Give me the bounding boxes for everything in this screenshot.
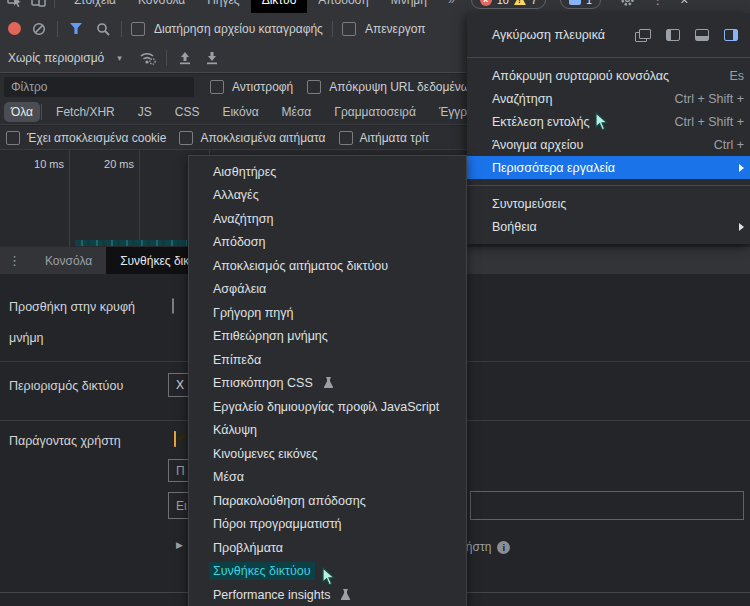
submenu-item-label: Αναζήτηση: [209, 210, 277, 228]
toolbar-divider: [121, 21, 122, 37]
more-tabs-icon[interactable]: »: [446, 0, 457, 7]
dock-bottom-icon[interactable]: [695, 29, 709, 41]
hide-data-urls-checkbox[interactable]: [307, 80, 321, 94]
close-devtools-icon[interactable]: ×: [680, 0, 688, 8]
type-filter-pill[interactable]: Εικόνα: [215, 102, 265, 122]
menu-item-label: Περισσότερα εργαλεία: [492, 161, 723, 175]
experiment-flask-icon: [340, 589, 351, 601]
dock-side-label: Αγκύρωση πλευρικά: [492, 28, 635, 42]
submenu-arrow-icon: [739, 164, 744, 172]
type-filter-pill[interactable]: Όλα: [4, 102, 40, 122]
menu-item-label: Εκτέλεση εντολής: [492, 115, 665, 129]
menu-item-label: Απόκρυψη συρταριού κονσόλας: [492, 69, 719, 83]
submenu-item[interactable]: Κάλυψη: [189, 419, 466, 443]
undock-icon[interactable]: [635, 29, 651, 42]
timeline-tick: 20 ms: [70, 150, 140, 247]
submenu-item[interactable]: Προβλήματα: [189, 536, 466, 560]
drawer-kebab-icon[interactable]: ⋮: [0, 253, 31, 268]
menu-item[interactable]: Άνοιγμα αρχείου Ctrl +: [467, 133, 750, 156]
disable-cache-checkbox[interactable]: [342, 22, 356, 36]
third-party-checkbox[interactable]: [339, 131, 353, 145]
submenu-item-label: Επιθεώρηση μνήμης: [209, 327, 332, 345]
submenu-item[interactable]: Αναζήτηση: [189, 207, 466, 231]
submenu-item[interactable]: Επιθεώρηση μνήμης: [189, 325, 466, 349]
submenu-item-label: Κινούμενες εικόνες: [209, 445, 322, 463]
submenu-item-label: Αποκλεισμός αιτήματος δικτύου: [209, 257, 392, 275]
submenu-item[interactable]: Εργαλείο δημιουργίας προφίλ JavaScript: [189, 395, 466, 419]
disable-cache-drawer-checkbox[interactable]: [172, 298, 174, 314]
type-filter-pill[interactable]: Μέσα: [275, 102, 319, 122]
toolbar-divider: [332, 21, 333, 37]
record-button[interactable]: [8, 22, 21, 35]
export-har-icon[interactable]: [203, 49, 221, 67]
submenu-item[interactable]: Γρήγορη πηγή: [189, 301, 466, 325]
type-filter-pill[interactable]: CSS: [168, 102, 207, 122]
issues-count: 1: [586, 0, 592, 6]
menu-item[interactable]: Βοήθεια: [467, 215, 750, 238]
panel-tab[interactable]: Δίκτυο: [251, 0, 308, 13]
selection-artifact: [75, 240, 187, 246]
submenu-item-label: Performance insights: [209, 586, 334, 604]
blocked-requests-checkbox[interactable]: [179, 131, 193, 145]
panel-tab[interactable]: Κονσόλα: [127, 0, 196, 13]
blocked-cookies-checkbox[interactable]: [6, 131, 20, 145]
menu-item[interactable]: Απόκρυψη συρταριού κονσόλας Es: [467, 64, 750, 87]
submenu-item[interactable]: Αποκλεισμός αιτήματος δικτύου: [189, 254, 466, 278]
submenu-item[interactable]: Απόδοση: [189, 231, 466, 255]
invert-checkbox[interactable]: [210, 80, 224, 94]
type-filter-pill[interactable]: JS: [131, 102, 159, 122]
panel-tab[interactable]: Πηγές: [196, 0, 250, 13]
submenu-item[interactable]: Ασφάλεια: [189, 278, 466, 302]
panel-tab[interactable]: Στοιχεία: [63, 0, 127, 13]
main-tabbar: ΣτοιχείαΚονσόλαΠηγέςΔίκτυοΑπόδοσηΜνήμη »…: [0, 0, 750, 13]
preserve-log-checkbox[interactable]: [131, 22, 145, 36]
dock-right-icon[interactable]: [724, 29, 738, 41]
type-filter-pill[interactable]: Γραμματοσειρά: [327, 102, 423, 122]
user-agent-auto-checkbox[interactable]: [174, 431, 176, 447]
panel-tab[interactable]: Απόδοση: [307, 0, 379, 13]
submenu-item-label: Γρήγορη πηγή: [209, 304, 297, 322]
submenu-item[interactable]: Αισθητήρες: [189, 160, 466, 184]
submenu-item[interactable]: Μέσα: [189, 466, 466, 490]
cursor-icon: [595, 112, 609, 134]
network-conditions-icon[interactable]: [139, 49, 157, 67]
filter-funnel-icon[interactable]: [67, 20, 85, 38]
submenu-item[interactable]: Πόροι προγραμματιστή: [189, 513, 466, 537]
type-filter-pill[interactable]: Fetch/XHR: [49, 102, 122, 122]
menu-item[interactable]: Αναζήτηση Ctrl + Shift +: [467, 87, 750, 110]
panel-tabs: ΣτοιχείαΚονσόλαΠηγέςΔίκτυοΑπόδοσηΜνήμη: [63, 0, 438, 13]
inspect-element-icon[interactable]: [6, 0, 22, 8]
menu-item-label: Αναζήτηση: [492, 92, 665, 106]
search-icon[interactable]: [94, 20, 112, 38]
submenu-item[interactable]: Παρακολούθηση απόδοσης: [189, 489, 466, 513]
menu-item-label: Βοήθεια: [492, 220, 723, 234]
import-har-icon[interactable]: [176, 49, 194, 67]
menu-item[interactable]: Συντομεύσεις: [467, 192, 750, 215]
submenu-item[interactable]: Αλλαγές: [189, 184, 466, 208]
device-toolbar-icon[interactable]: [30, 0, 46, 8]
user-agent-custom-input[interactable]: [470, 491, 744, 520]
submenu-item[interactable]: Επίπεδα: [189, 348, 466, 372]
throttling-select[interactable]: Χωρίς περιορισμό: [8, 51, 104, 65]
submenu-item[interactable]: Επισκόπηση CSS: [189, 372, 466, 396]
errors-warnings-badge[interactable]: × 10 ! 7: [471, 0, 546, 9]
dock-left-icon[interactable]: [666, 29, 680, 41]
timeline-tick: 10 ms: [0, 150, 70, 247]
info-icon[interactable]: i: [497, 541, 510, 554]
filter-input[interactable]: Φίλτρο: [4, 77, 194, 97]
issues-badge[interactable]: 1: [560, 0, 601, 9]
panel-tab[interactable]: Μνήμη: [380, 0, 438, 13]
collapse-section-icon[interactable]: ▶: [176, 540, 183, 550]
timeline-tick-label: 20 ms: [104, 158, 134, 170]
submenu-item-label: Εργαλείο δημιουργίας προφίλ JavaScript: [209, 398, 443, 416]
submenu-item[interactable]: Κινούμενες εικόνες: [189, 442, 466, 466]
submenu-item-label: Απόδοση: [209, 233, 270, 251]
kebab-menu-icon[interactable]: ⋮: [651, 0, 664, 7]
more-tools-submenu: Αισθητήρες Αλλαγές Αναζήτηση Από: [188, 155, 467, 606]
user-agent-label: Παράγοντας χρήστη: [9, 434, 121, 448]
submenu-arrow-icon: [739, 223, 744, 231]
clear-icon[interactable]: [30, 20, 48, 38]
drawer-tab[interactable]: Κονσόλα: [31, 247, 106, 274]
settings-gear-icon[interactable]: [619, 0, 635, 8]
menu-item[interactable]: Περισσότερα εργαλεία: [467, 156, 750, 179]
